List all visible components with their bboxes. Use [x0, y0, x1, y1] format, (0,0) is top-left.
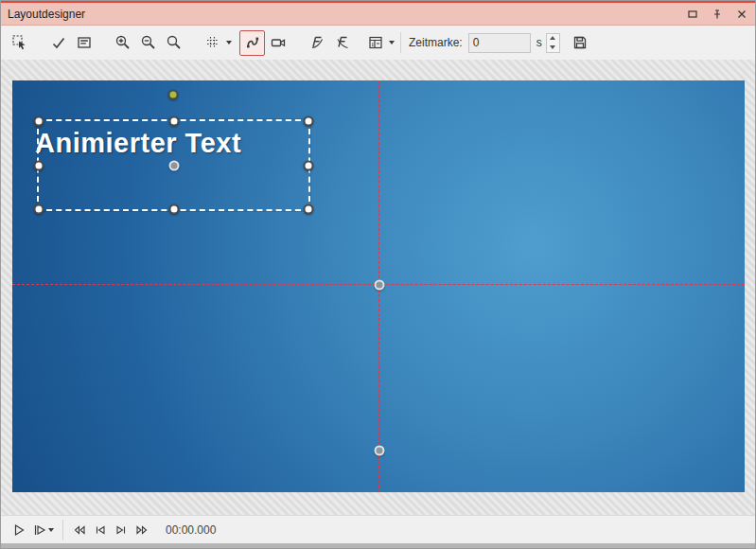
grid-dropdown-caret[interactable] [226, 41, 232, 44]
zoom-in-icon [114, 34, 132, 51]
zeitmarke-label: Zeitmarke: [409, 36, 463, 49]
window-title: Layoutdesigner [8, 8, 85, 21]
layoutdesigner-window: Layoutdesigner [0, 0, 756, 549]
motion-path-center-handle[interactable] [375, 280, 385, 291]
rewind-icon [72, 522, 87, 538]
window-titlebar[interactable]: Layoutdesigner [1, 1, 755, 26]
resize-handle-mid-right[interactable] [304, 160, 314, 170]
zeitmarke-stepper [546, 33, 560, 53]
motion-path-button[interactable] [239, 30, 265, 56]
float-button[interactable] [686, 8, 699, 21]
fast-forward-button[interactable] [132, 519, 152, 541]
text-lines-tool-button[interactable] [71, 30, 97, 56]
save-icon [571, 34, 589, 51]
time-display: 00:00.000 [166, 523, 216, 537]
motion-path-icon [244, 34, 261, 51]
play-from-timemark-button[interactable] [29, 519, 57, 541]
resize-handle-bottom-left[interactable] [34, 204, 44, 215]
playbar-separator [62, 520, 63, 540]
zoom-out-button[interactable] [135, 30, 161, 56]
step-back-button[interactable] [90, 519, 111, 541]
keyframe-table-button[interactable] [362, 30, 388, 56]
pin-button[interactable] [711, 8, 724, 21]
step-forward-icon [114, 522, 129, 538]
video-camera-icon [270, 34, 287, 51]
resize-handle-mid-left[interactable] [34, 160, 44, 170]
zeitmarke-unit: s [536, 36, 542, 49]
step-back-icon [93, 522, 108, 538]
playback-bar: 00:00.000 [1, 515, 755, 543]
layout-canvas[interactable]: Animierter Text [12, 80, 745, 492]
bottom-resize-strip[interactable] [1, 543, 755, 548]
main-toolbar: Zeitmarke: s [1, 26, 755, 60]
zoom-reset-icon [166, 34, 183, 51]
grid-icon [204, 34, 221, 51]
resize-handle-top-right[interactable] [304, 116, 314, 127]
resize-handle-bottom-right[interactable] [304, 204, 314, 215]
rewind-button[interactable] [69, 519, 90, 541]
text-lines-icon [76, 34, 93, 51]
play-from-timemark-icon [32, 522, 47, 538]
play-icon [11, 522, 26, 538]
selection-box[interactable] [37, 119, 310, 211]
zoom-out-icon [140, 34, 157, 51]
close-icon[interactable] [735, 8, 748, 21]
zoom-reset-button[interactable] [161, 30, 186, 56]
fade-out-curve-button[interactable] [329, 30, 355, 56]
zoom-in-button[interactable] [110, 30, 135, 56]
stepper-down-button[interactable] [547, 43, 559, 52]
keyframe-table-dropdown-caret[interactable] [389, 41, 395, 44]
workspace: Animierter Text [1, 60, 755, 515]
checkmark-tool-button[interactable] [45, 30, 71, 56]
zeitmarke-input[interactable] [468, 33, 531, 53]
toolbar-separator [400, 32, 401, 53]
rotation-handle[interactable] [168, 90, 179, 100]
resize-handle-bottom-center[interactable] [168, 204, 179, 215]
motion-path-lower-handle[interactable] [375, 446, 385, 456]
stepper-up-button[interactable] [547, 34, 559, 44]
grid-button[interactable] [200, 30, 225, 56]
camera-button[interactable] [265, 30, 290, 56]
selection-center-handle[interactable] [168, 160, 179, 170]
save-button[interactable] [568, 30, 593, 56]
fade-in-curve-button[interactable] [304, 30, 329, 56]
resize-handle-top-left[interactable] [34, 116, 44, 127]
play-from-dropdown-caret[interactable] [48, 528, 54, 532]
resize-handle-top-center[interactable] [168, 116, 179, 127]
keyframe-table-icon [367, 34, 384, 51]
fade-in-curve-icon [308, 34, 325, 51]
fade-out-curve-icon [334, 34, 351, 51]
fast-forward-icon [134, 522, 149, 538]
window-controls [686, 8, 748, 21]
play-button[interactable] [9, 519, 29, 541]
select-tool-button[interactable] [7, 30, 32, 56]
checkmark-icon [50, 34, 67, 51]
select-tool-icon [11, 34, 28, 51]
step-forward-button[interactable] [111, 519, 132, 541]
